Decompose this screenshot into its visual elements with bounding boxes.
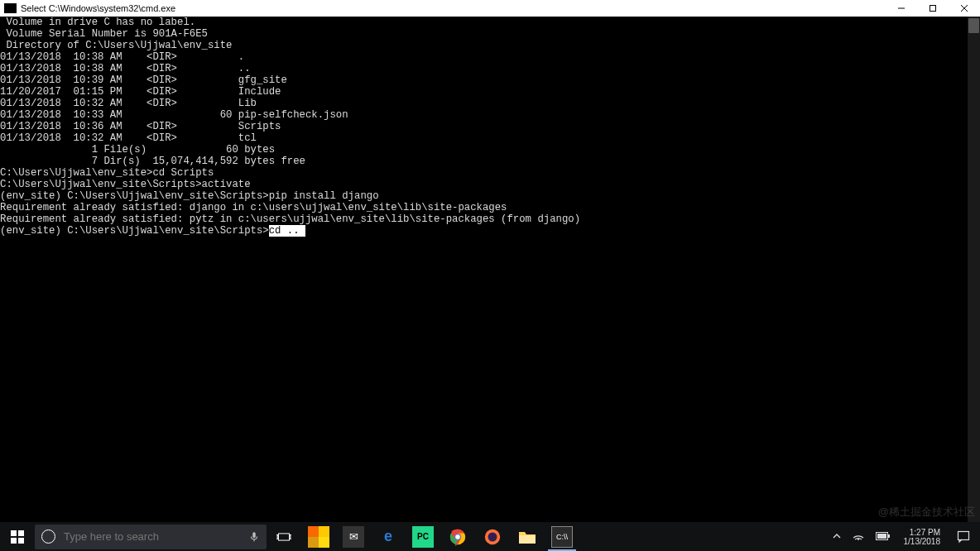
svg-point-15 [488, 532, 497, 541]
svg-rect-6 [11, 538, 17, 544]
scroll-thumb[interactable] [968, 18, 979, 33]
window-title: Select C:\Windows\system32\cmd.exe [21, 3, 175, 13]
maximize-button[interactable] [917, 0, 949, 17]
svg-rect-9 [276, 534, 278, 539]
terminal-line: 01/13/2018 10:33 AM 60 pip-selfcheck.jso… [0, 109, 980, 121]
app-edge[interactable]: e [371, 522, 406, 551]
terminal-line: 11/20/2017 01:15 PM <DIR> Include [0, 86, 980, 98]
app-chrome[interactable] [440, 522, 475, 551]
chrome-icon [449, 528, 467, 546]
svg-rect-20 [877, 534, 886, 539]
terminal-line: C:\Users\Ujjwal\env_site\Scripts>activat… [0, 179, 980, 190]
terminal-line: C:\Users\Ujjwal\env_site>cd Scripts [0, 167, 980, 179]
terminal-line: 1 File(s) 60 bytes [0, 144, 980, 156]
terminal-line: Requirement already satisfied: pytz in c… [0, 213, 980, 225]
app-store[interactable] [301, 522, 336, 551]
svg-rect-16 [519, 535, 536, 544]
system-tray: 1:27 PM 1/13/2018 [829, 522, 981, 551]
terminal-line: Requirement already satisfied: django in… [0, 202, 980, 213]
firefox-icon [483, 528, 502, 546]
task-view-button[interactable] [267, 522, 301, 551]
svg-rect-1 [930, 6, 936, 12]
clock-date: 1/13/2018 [904, 537, 941, 546]
terminal-line: 01/13/2018 10:39 AM <DIR> gfg_site [0, 74, 980, 86]
tray-chevron-icon[interactable] [829, 531, 844, 543]
svg-point-17 [858, 539, 859, 540]
app-firefox[interactable] [475, 522, 510, 551]
clock-time: 1:27 PM [904, 528, 941, 537]
terminal-line: Volume Serial Number is 901A-F6E5 [0, 28, 980, 40]
search-input[interactable] [64, 530, 248, 543]
cmd-app-icon [4, 3, 17, 13]
task-view-icon [276, 529, 291, 544]
svg-rect-21 [958, 531, 969, 539]
terminal-selected-text[interactable]: cd .. [269, 225, 305, 237]
app-mail[interactable]: ✉ [336, 522, 371, 551]
svg-rect-10 [290, 534, 291, 539]
terminal-line: 01/13/2018 10:38 AM <DIR> . [0, 51, 980, 63]
svg-rect-7 [18, 538, 24, 544]
terminal-line: Directory of C:\Users\Ujjwal\env_site [0, 40, 980, 51]
taskbar-search[interactable] [35, 525, 267, 549]
terminal-line: 01/13/2018 10:38 AM <DIR> .. [0, 63, 980, 74]
svg-rect-19 [888, 534, 890, 538]
cmd-window: Select C:\Windows\system32\cmd.exe Volum… [0, 0, 980, 522]
windows-icon [11, 530, 24, 544]
titlebar[interactable]: Select C:\Windows\system32\cmd.exe [0, 0, 980, 17]
cortana-icon [41, 529, 55, 544]
tray-battery-icon[interactable] [872, 531, 894, 543]
close-button[interactable] [949, 0, 980, 17]
taskbar-clock[interactable]: 1:27 PM 1/13/2018 [899, 528, 946, 546]
svg-rect-4 [11, 530, 17, 536]
terminal-line: 01/13/2018 10:32 AM <DIR> Lib [0, 98, 980, 109]
svg-point-13 [455, 534, 460, 539]
notification-icon [957, 530, 970, 544]
svg-rect-5 [18, 530, 24, 536]
svg-rect-8 [278, 533, 289, 539]
start-button[interactable] [0, 522, 35, 551]
terminal-line: 7 Dir(s) 15,074,414,592 bytes free [0, 156, 980, 167]
terminal-prompt-line[interactable]: (env_site) C:\Users\Ujjwal\env_site\Scri… [0, 225, 980, 237]
terminal-line: Volume in drive C has no label. [0, 17, 980, 28]
vertical-scrollbar[interactable] [968, 17, 980, 522]
terminal-line: 01/13/2018 10:32 AM <DIR> tcl [0, 132, 980, 144]
taskbar: ✉ e PC C:\\ 1:27 PM 1/13/2018 [0, 522, 980, 551]
app-cmd[interactable]: C:\\ [545, 522, 579, 551]
action-center-button[interactable] [950, 522, 977, 551]
terminal-output[interactable]: Volume in drive C has no label. Volume S… [0, 17, 980, 522]
terminal-line: 01/13/2018 10:36 AM <DIR> Scripts [0, 121, 980, 132]
tray-network-icon[interactable] [849, 530, 867, 543]
folder-icon [517, 529, 537, 545]
minimize-button[interactable] [886, 0, 917, 17]
microphone-icon[interactable] [248, 531, 260, 543]
terminal-line: (env_site) C:\Users\Ujjwal\env_site\Scri… [0, 190, 980, 202]
app-file-explorer[interactable] [510, 522, 545, 551]
app-pycharm[interactable]: PC [406, 522, 440, 551]
